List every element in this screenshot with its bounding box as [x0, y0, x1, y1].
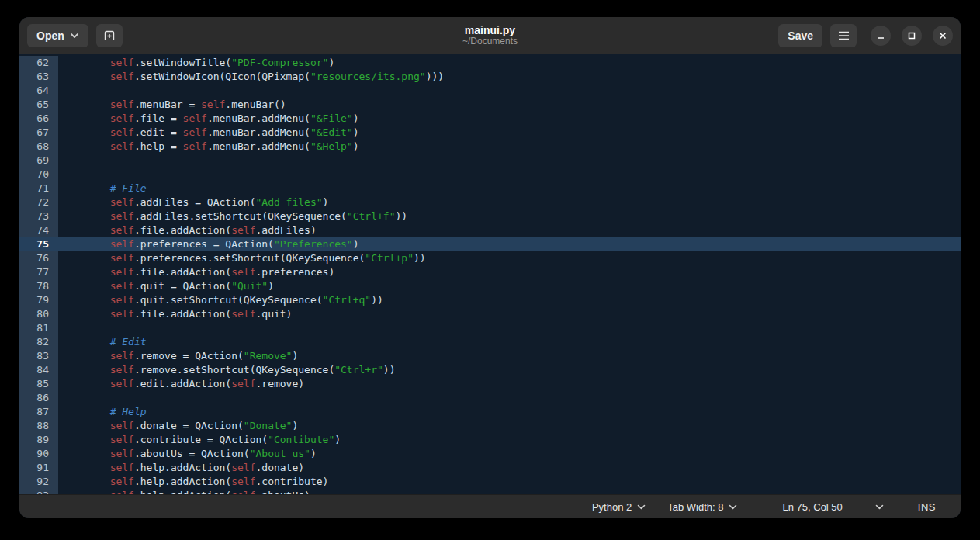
line-number: 93 — [19, 489, 58, 494]
save-button-label: Save — [788, 29, 813, 42]
code-line[interactable]: 73 self.addFiles.setShortcut(QKeySequenc… — [19, 209, 961, 223]
minimize-icon — [877, 32, 885, 40]
code-line[interactable]: 86 — [19, 391, 961, 405]
line-number: 62 — [19, 56, 58, 70]
code-line[interactable]: 65 self.menuBar = self.menuBar() — [19, 98, 961, 112]
code-line[interactable]: 81 — [19, 321, 961, 335]
code-line[interactable]: 72 self.addFiles = QAction("Add files") — [19, 196, 961, 209]
code-text: self.file = self.menuBar.addMenu("&File"… — [58, 112, 961, 126]
line-number: 65 — [19, 98, 58, 112]
code-line[interactable]: 90 self.aboutUs = QAction("About us") — [19, 447, 961, 461]
code-text: # File — [58, 182, 961, 196]
code-line[interactable]: 71 # File — [19, 182, 961, 196]
code-line[interactable]: 88 self.donate = QAction("Donate") — [19, 419, 961, 433]
code-line[interactable]: 75 self.preferences = QAction("Preferenc… — [19, 237, 961, 251]
insert-mode-indicator[interactable]: INS — [907, 495, 947, 518]
status-bar: Python 2 Tab Width: 8 Ln 75, Col 50 INS — [19, 494, 961, 518]
code-text: self.file.addAction(self.preferences) — [58, 265, 961, 279]
code-text: self.preferences = QAction("Preferences"… — [58, 237, 961, 251]
code-line[interactable]: 87 # Help — [19, 405, 961, 419]
line-number: 72 — [19, 196, 58, 209]
header-right-group: Save — [778, 24, 953, 47]
hamburger-menu-icon — [838, 31, 850, 40]
code-text: self.remove = QAction("Remove") — [58, 349, 961, 363]
code-line[interactable]: 68 self.help = self.menuBar.addMenu("&He… — [19, 140, 961, 154]
code-line[interactable]: 93 self.help.addAction(self.aboutUs) — [19, 489, 961, 494]
cursor-position-button[interactable]: Ln 75, Col 50 — [771, 495, 853, 518]
code-line[interactable]: 76 self.preferences.setShortcut(QKeySequ… — [19, 251, 961, 265]
save-button[interactable]: Save — [778, 24, 822, 47]
line-number: 92 — [19, 475, 58, 489]
line-number: 68 — [19, 140, 58, 154]
code-text: self.addFiles = QAction("Add files") — [58, 196, 961, 209]
code-text: self.edit = self.menuBar.addMenu("&Edit"… — [58, 126, 961, 140]
code-line[interactable]: 92 self.help.addAction(self.contribute) — [19, 475, 961, 489]
code-text — [58, 168, 961, 182]
code-text: self.quit = QAction("Quit") — [58, 279, 961, 293]
code-text: self.setWindowIcon(QIcon(QPixmap("resour… — [58, 70, 961, 84]
code-line[interactable]: 79 self.quit.setShortcut(QKeySequence("C… — [19, 293, 961, 307]
line-number: 82 — [19, 335, 58, 349]
code-line[interactable]: 66 self.file = self.menuBar.addMenu("&Fi… — [19, 112, 961, 126]
code-text: self.contribute = QAction("Contibute") — [58, 433, 961, 447]
new-tab-icon — [103, 29, 116, 42]
line-number: 71 — [19, 182, 58, 196]
code-text: self.quit.setShortcut(QKeySequence("Ctrl… — [58, 293, 961, 307]
line-number: 63 — [19, 70, 58, 84]
code-line[interactable]: 70 — [19, 168, 961, 182]
code-text: # Edit — [58, 335, 961, 349]
code-line[interactable]: 62 self.setWindowTitle("PDF-Compressor") — [19, 56, 961, 70]
line-number: 91 — [19, 461, 58, 475]
code-text: self.help.addAction(self.aboutUs) — [58, 489, 961, 494]
code-line[interactable]: 85 self.edit.addAction(self.remove) — [19, 377, 961, 391]
code-text: self.addFiles.setShortcut(QKeySequence("… — [58, 209, 961, 223]
main-menu-button[interactable] — [830, 24, 857, 47]
code-line[interactable]: 78 self.quit = QAction("Quit") — [19, 279, 961, 293]
code-text — [58, 154, 961, 168]
code-area[interactable]: 62 self.setWindowTitle("PDF-Compressor")… — [19, 54, 961, 494]
minimize-button[interactable] — [871, 26, 891, 46]
close-icon — [939, 32, 947, 40]
line-number: 67 — [19, 126, 58, 140]
code-text — [58, 321, 961, 335]
line-number: 77 — [19, 265, 58, 279]
header-bar: Open mainui.py ~/Documents Save — [19, 17, 961, 54]
line-number: 78 — [19, 279, 58, 293]
header-left-group: Open — [27, 24, 123, 47]
line-number: 87 — [19, 405, 58, 419]
code-line[interactable]: 84 self.remove.setShortcut(QKeySequence(… — [19, 363, 961, 377]
tab-width-selector[interactable]: Tab Width: 8 — [656, 495, 748, 518]
code-line[interactable]: 74 self.file.addAction(self.addFiles) — [19, 223, 961, 237]
code-line[interactable]: 69 — [19, 154, 961, 168]
open-button[interactable]: Open — [27, 24, 88, 47]
tab-width-label: Tab Width: 8 — [667, 501, 723, 513]
code-line[interactable]: 64 — [19, 84, 961, 98]
code-line[interactable]: 77 self.file.addAction(self.preferences) — [19, 265, 961, 279]
line-number: 86 — [19, 391, 58, 405]
line-number: 89 — [19, 433, 58, 447]
code-text: self.preferences.setShortcut(QKeySequenc… — [58, 251, 961, 265]
code-line[interactable]: 89 self.contribute = QAction("Contibute"… — [19, 433, 961, 447]
line-number: 66 — [19, 112, 58, 126]
code-line[interactable]: 67 self.edit = self.menuBar.addMenu("&Ed… — [19, 126, 961, 140]
new-tab-button[interactable] — [96, 24, 123, 47]
code-line[interactable]: 80 self.file.addAction(self.quit) — [19, 307, 961, 321]
maximize-button[interactable] — [902, 26, 922, 46]
chevron-down-icon — [729, 504, 737, 510]
code-line[interactable]: 82 # Edit — [19, 335, 961, 349]
goto-line-expander[interactable] — [864, 495, 895, 518]
code-text — [58, 84, 961, 98]
code-line[interactable]: 91 self.help.addAction(self.donate) — [19, 461, 961, 475]
code-text: self.help = self.menuBar.addMenu("&Help"… — [58, 140, 961, 154]
code-text: self.help.addAction(self.donate) — [58, 461, 961, 475]
line-number: 69 — [19, 154, 58, 168]
close-button[interactable] — [933, 26, 953, 46]
maximize-icon — [908, 32, 916, 40]
window-controls — [871, 26, 953, 46]
line-number: 76 — [19, 251, 58, 265]
code-line[interactable]: 63 self.setWindowIcon(QIcon(QPixmap("res… — [19, 70, 961, 84]
code-text: self.setWindowTitle("PDF-Compressor") — [58, 56, 961, 70]
code-line[interactable]: 83 self.remove = QAction("Remove") — [19, 349, 961, 363]
code-text: self.menuBar = self.menuBar() — [58, 98, 961, 112]
language-selector[interactable]: Python 2 — [581, 495, 656, 518]
